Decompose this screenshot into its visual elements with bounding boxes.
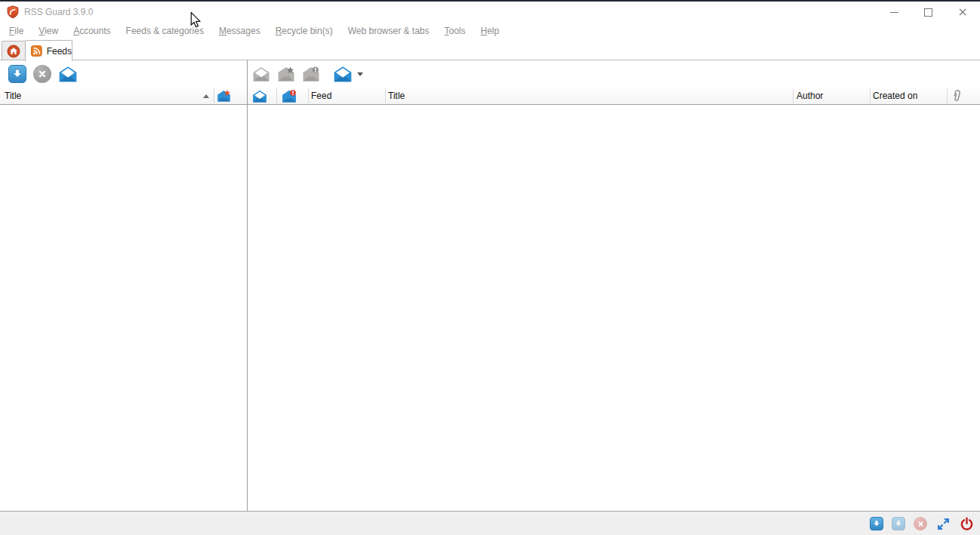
menu-messages[interactable]: Messages	[211, 23, 268, 40]
app-shield-icon	[6, 5, 20, 19]
feeds-column-title[interactable]: Title	[5, 88, 21, 104]
mark-message-read-button	[252, 66, 270, 85]
power-icon	[960, 517, 974, 531]
statusbar-stop-update-button	[914, 517, 927, 530]
stop-x-icon	[917, 520, 925, 528]
tab-pane-border	[0, 60, 980, 60]
stop-update-button[interactable]	[33, 65, 51, 83]
envelope-alert-gray-icon	[302, 66, 320, 81]
attachment-paperclip-icon	[950, 88, 963, 104]
toolbar-band	[0, 60, 980, 88]
close-icon	[958, 8, 967, 17]
messages-column-read[interactable]	[251, 90, 268, 106]
messages-column-title[interactable]: Title	[388, 88, 405, 104]
menu-web-browser-tabs[interactable]: Web browser & tabs	[341, 23, 437, 40]
panel-splitter[interactable]	[247, 60, 248, 511]
tab-feeds-label: Feeds	[47, 46, 72, 57]
menu-tools[interactable]: Tools	[437, 23, 473, 40]
list-headers: Title	[0, 88, 980, 105]
menu-accounts[interactable]: Accounts	[66, 23, 118, 40]
envelope-open-blue-icon	[333, 66, 353, 82]
messages-column-attachment[interactable]	[951, 89, 962, 106]
statusbar	[0, 511, 980, 535]
statusbar-update-feeds-button[interactable]	[870, 517, 883, 530]
statusbar-update-selected-button	[892, 517, 905, 530]
messages-column-feed[interactable]: Feed	[311, 88, 331, 104]
sort-ascending-icon	[203, 94, 209, 98]
column-separator	[385, 88, 386, 103]
column-separator	[308, 88, 309, 103]
mark-message-starred-button	[277, 66, 295, 85]
menu-help[interactable]: Help	[473, 23, 507, 40]
maximize-icon	[924, 8, 932, 17]
mark-all-read-dropdown-button[interactable]	[333, 66, 363, 82]
quit-application-button[interactable]	[959, 516, 974, 531]
expand-arrows-icon	[936, 517, 951, 531]
column-separator	[276, 88, 277, 103]
importance-envelope-alert-icon	[281, 90, 297, 103]
mark-all-feeds-read-button[interactable]	[58, 66, 78, 85]
messages-column-created[interactable]: Created on	[873, 88, 917, 104]
app-window: RSS Guard 3.9.0 FileViewAccountsFeeds & …	[0, 0, 980, 535]
messages-column-author[interactable]: Author	[797, 88, 823, 104]
messages-column-importance[interactable]	[281, 90, 297, 106]
minimize-icon	[890, 12, 898, 13]
menu-file[interactable]: File	[2, 23, 31, 40]
menu-feeds-categories[interactable]: Feeds & categories	[119, 23, 211, 40]
envelope-open-gray-icon	[252, 66, 270, 81]
maximize-button[interactable]	[911, 2, 945, 23]
menu-view[interactable]: View	[31, 23, 66, 40]
feeds-list-panel[interactable]	[0, 105, 247, 511]
download-icon	[894, 519, 903, 528]
titlebar: RSS Guard 3.9.0	[0, 2, 980, 23]
window-title: RSS Guard 3.9.0	[24, 2, 93, 23]
column-separator	[870, 88, 871, 103]
tab-home[interactable]	[2, 41, 26, 61]
close-button[interactable]	[945, 2, 979, 23]
column-separator	[214, 88, 214, 103]
fullscreen-toggle-button[interactable]	[935, 516, 951, 531]
menu-recycle-bin-s[interactable]: Recycle bin(s)	[268, 23, 341, 40]
content-area	[0, 105, 980, 511]
home-icon	[7, 45, 20, 58]
minimize-button[interactable]	[877, 2, 911, 23]
rss-icon	[31, 45, 42, 57]
column-separator	[947, 88, 948, 103]
mark-message-important-button	[302, 66, 320, 85]
unread-envelope-star-icon	[217, 90, 231, 102]
tab-feeds[interactable]: Feeds	[25, 40, 72, 61]
messages-list-panel[interactable]	[248, 105, 980, 511]
column-separator	[793, 88, 794, 103]
feeds-column-unread[interactable]	[217, 90, 231, 105]
envelope-open-blue-icon	[58, 66, 78, 82]
stop-x-icon	[36, 68, 48, 80]
chevron-down-icon	[357, 72, 363, 76]
download-icon	[872, 519, 881, 528]
download-icon	[11, 68, 23, 80]
menubar: FileViewAccountsFeeds & categoriesMessag…	[0, 23, 980, 40]
update-all-feeds-button[interactable]	[8, 65, 26, 83]
envelope-star-gray-icon	[277, 66, 295, 81]
read-status-envelope-icon	[251, 90, 268, 103]
tabbar	[0, 40, 980, 60]
